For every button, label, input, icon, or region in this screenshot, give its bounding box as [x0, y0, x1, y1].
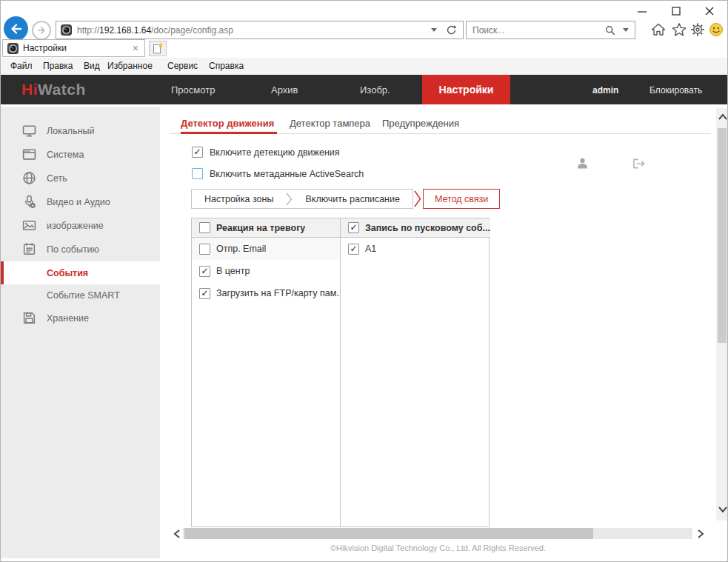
notify-center-checkbox[interactable] [199, 266, 210, 277]
window-minimize-button[interactable] [634, 4, 650, 18]
home-button[interactable] [651, 22, 666, 37]
image-icon [22, 218, 36, 233]
send-email-checkbox[interactable] [199, 244, 210, 255]
menu-tools[interactable]: Сервис [167, 61, 198, 71]
minimize-icon [637, 6, 647, 16]
enable-motion-detection-checkbox[interactable] [192, 147, 203, 158]
vscroll-down-arrow[interactable] [717, 504, 728, 515]
vscroll-up-arrow[interactable] [717, 111, 728, 123]
new-tab-button[interactable] [149, 41, 167, 56]
tab-tamper-detection[interactable]: Детектор тампера [290, 118, 370, 129]
logged-in-user: admin [592, 85, 618, 96]
settings-button[interactable] [690, 22, 705, 37]
config-sidebar: Локальный Система Сеть Видео и Аудио изо… [1, 107, 160, 558]
linkage-row-a1: A1 [341, 238, 490, 260]
enable-activesearch-row: Включить метаданные ActiveSearch [192, 168, 364, 179]
system-window-icon [22, 147, 36, 161]
star-icon [672, 22, 687, 37]
sidebar-item-image[interactable]: изображение [1, 214, 160, 237]
tab-motion-detection[interactable]: Детектор движения [181, 118, 274, 129]
monitor-icon [22, 124, 36, 138]
forward-arrow-icon [36, 25, 47, 36]
sidebar-item-network[interactable]: Сеть [1, 167, 160, 190]
subtab-area-settings[interactable]: Настройка зоны [192, 194, 286, 204]
url-text: http://192.168.1.64/doc/page/config.asp [77, 25, 233, 36]
linkage-table: Реакция на тревогу Отпр. Email В центр З… [191, 218, 490, 527]
new-tab-icon [152, 42, 164, 55]
menu-bar: Файл Правка Вид Избранное Сервис Справка [1, 58, 728, 75]
menu-favorites[interactable]: Избранное [107, 61, 153, 71]
globe-icon [22, 171, 36, 185]
sidebar-item-smart-event[interactable]: Событие SMART [1, 284, 160, 307]
copyright-footer: ©Hikvision Digital Technology Co., Ltd. … [160, 543, 716, 552]
search-dropdown-icon[interactable] [623, 28, 629, 32]
menu-edit[interactable]: Правка [43, 61, 73, 71]
nav-playback[interactable]: Архив [271, 84, 298, 96]
nav-picture[interactable]: Изобр. [360, 84, 390, 96]
maximize-icon [671, 6, 681, 16]
search-icon[interactable] [605, 25, 615, 36]
search-placeholder: Поиск... [472, 25, 504, 36]
sidebar-item-video-audio[interactable]: Видео и Аудио [1, 190, 160, 213]
subtab-strip: Настройка зоны Включить расписание Метод… [191, 189, 500, 209]
channel-a1-checkbox[interactable] [348, 244, 359, 255]
hiwatch-logo: HiWatch [21, 81, 86, 98]
address-dropdown-icon[interactable] [431, 28, 437, 32]
tab-favicon-camera-icon [7, 43, 19, 54]
vertical-scrollbar[interactable] [716, 108, 728, 521]
url-host: 192.168.1.64 [99, 25, 151, 36]
event-calendar-icon [22, 242, 36, 256]
nav-configuration[interactable]: Настройки [422, 75, 510, 104]
vertical-scrollbar-thumb[interactable] [718, 128, 727, 343]
menu-help[interactable]: Справка [209, 61, 244, 71]
normal-linkage-select-all-checkbox[interactable] [199, 222, 210, 233]
nav-live-view[interactable]: Просмотр [171, 84, 215, 96]
close-icon [704, 6, 715, 16]
trigger-recording-select-all-checkbox[interactable] [348, 222, 359, 233]
upload-ftp-checkbox[interactable] [199, 288, 210, 299]
menu-file[interactable]: Файл [10, 61, 33, 71]
browser-tab-settings[interactable]: Настройки × [2, 39, 145, 57]
smiley-icon [709, 22, 724, 37]
favorites-button[interactable] [672, 22, 687, 37]
tab-exception[interactable]: Предупреждения [382, 118, 459, 129]
browser-tab-strip: Настройки × [1, 39, 728, 58]
address-bar[interactable]: http://192.168.1.64/doc/page/config.asp [56, 21, 464, 39]
sidebar-item-local[interactable]: Локальный [1, 119, 160, 142]
linkage-row-ftp: Загрузить на FTP/карту пам... [192, 282, 340, 304]
window-close-button[interactable] [701, 4, 718, 18]
feedback-button[interactable] [709, 22, 724, 37]
chevron-right-red-icon [414, 189, 421, 209]
site-favicon-camera-icon [61, 24, 72, 36]
tab-close-icon[interactable]: × [133, 43, 138, 53]
window-maximize-button[interactable] [668, 4, 684, 18]
chevron-right-icon [286, 191, 293, 207]
sidebar-item-event[interactable]: По событию [1, 238, 160, 261]
linkage-column-trigger-recording: Запись по пусковому соб... A1 [341, 218, 490, 526]
icon-spacer [22, 288, 36, 302]
lock-button[interactable]: Блокировать [649, 85, 702, 96]
browser-window: http://192.168.1.64/doc/page/config.asp … [0, 0, 728, 562]
sidebar-item-storage[interactable]: Хранение [1, 307, 160, 329]
enable-activesearch-checkbox[interactable] [192, 168, 203, 179]
search-box[interactable]: Поиск... [466, 21, 635, 39]
hscroll-left-arrow[interactable] [171, 528, 183, 540]
menu-view[interactable]: Вид [84, 61, 100, 71]
back-button[interactable] [4, 16, 28, 41]
horizontal-scrollbar-thumb[interactable] [184, 528, 593, 539]
logout-icon [633, 158, 646, 169]
app-nav-bar: HiWatch Просмотр Архив Изобр. Настройки … [1, 75, 728, 104]
url-path: /doc/page/config.asp [151, 25, 233, 36]
gear-icon [690, 22, 705, 37]
linkage-header-cell: Реакция на тревогу [192, 218, 340, 238]
subtab-linkage-method[interactable]: Метод связи [423, 189, 500, 209]
sidebar-item-system[interactable]: Система [1, 143, 160, 166]
subtab-arming-schedule[interactable]: Включить расписание [293, 194, 413, 204]
forward-button[interactable] [32, 21, 51, 40]
hscroll-right-arrow[interactable] [695, 528, 707, 540]
linkage-column-normal: Реакция на тревогу Отпр. Email В центр З… [192, 218, 341, 526]
back-arrow-icon [9, 21, 24, 36]
refresh-icon[interactable] [446, 24, 457, 36]
linkage-row-email: Отпр. Email [192, 238, 340, 260]
sidebar-item-events[interactable]: События [1, 261, 160, 284]
